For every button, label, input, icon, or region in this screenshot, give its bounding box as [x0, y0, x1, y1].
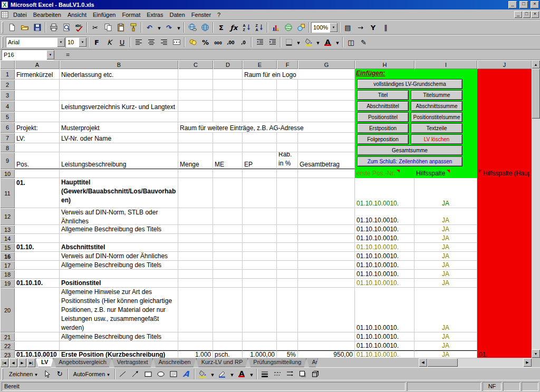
cell-C14[interactable]	[178, 234, 213, 243]
sheet-tab-pr-fungsmitteilung[interactable]: Prüfungsmitteilung	[248, 358, 306, 367]
cell-A6[interactable]: Projekt:	[15, 122, 60, 133]
column-header-I[interactable]: I	[414, 60, 477, 69]
cell-A14[interactable]	[15, 234, 60, 243]
cell-B9[interactable]: Leistungsbeschreibung	[60, 152, 178, 169]
panel-button-positionstitel[interactable]: Positionstitel	[357, 112, 409, 122]
tab-scroll-prev-icon[interactable]	[9, 358, 17, 367]
cell-J6[interactable]	[477, 122, 532, 133]
minimize-button[interactable]: _	[508, 1, 517, 8]
print-button[interactable]	[47, 22, 60, 33]
custom-tool-1-button[interactable]: ▤	[342, 22, 354, 33]
column-header-B[interactable]: B	[60, 60, 178, 69]
name-box-dropdown-icon[interactable]	[46, 50, 54, 60]
new-document-button[interactable]	[6, 22, 18, 33]
row-header-5[interactable]: 5	[0, 112, 15, 122]
row-header-8[interactable]: 8	[0, 143, 15, 152]
tab-scroll-last-icon[interactable]	[27, 358, 35, 367]
insert-hyperlink-button[interactable]	[186, 22, 198, 33]
vertical-scrollbar[interactable]	[532, 60, 540, 358]
web-toolbar-button[interactable]	[199, 22, 211, 33]
scroll-up-icon[interactable]	[532, 60, 540, 68]
cell-B4[interactable]: Leistungsverzeichnis Kurz- und Langtext	[60, 101, 178, 112]
cell-B11[interactable]: Haupttitel (Gewerk/Bauabschnitt/Los/Bauv…	[60, 178, 178, 208]
panel-button-textzeile[interactable]: Textzeile	[411, 123, 462, 133]
align-right-button[interactable]	[158, 36, 170, 48]
row-header-2[interactable]: 2	[0, 80, 15, 90]
cell-F22[interactable]	[277, 341, 298, 350]
cell-F20[interactable]	[277, 288, 298, 332]
cell-B21[interactable]: Allgemeine Beschreibung des Titels	[60, 332, 178, 341]
cell-D16[interactable]	[213, 252, 243, 261]
cell-A2[interactable]	[15, 80, 60, 90]
cell-D21[interactable]	[213, 332, 243, 341]
font-name-combo[interactable]: Arial	[6, 37, 65, 47]
cell-G15[interactable]	[298, 243, 355, 252]
cell-I23[interactable]: JA	[414, 350, 477, 358]
row-header-17[interactable]: 17	[0, 261, 15, 270]
cell-A8[interactable]	[15, 143, 60, 152]
cell-C21[interactable]	[178, 332, 213, 341]
cell-D18[interactable]	[213, 270, 243, 279]
increase-decimal-button[interactable]: ,00	[225, 36, 237, 48]
cell-I20[interactable]: JA	[414, 288, 477, 332]
cell-C2[interactable]	[178, 80, 213, 90]
panel-button-titelsumme[interactable]: Titelsumme	[411, 90, 462, 100]
autoformen-menu-button[interactable]: AutoFormen	[70, 369, 113, 379]
cell-D20[interactable]	[213, 288, 243, 332]
font-size-combo-dropdown-icon[interactable]	[79, 37, 86, 47]
arrow-button[interactable]	[130, 368, 142, 380]
vertical-scroll-track[interactable]	[532, 68, 540, 349]
custom-tool-2-button[interactable]: →	[354, 22, 367, 33]
row-header-16[interactable]: 16	[0, 252, 15, 261]
cell-G7[interactable]	[298, 133, 355, 143]
line-style-button[interactable]	[259, 368, 271, 380]
cell-F10[interactable]	[277, 169, 298, 178]
column-header-G[interactable]: G	[298, 60, 355, 69]
cell-B19[interactable]: Positionstitel	[60, 279, 178, 288]
open-button[interactable]	[18, 22, 31, 33]
cell-J16[interactable]	[477, 252, 532, 261]
cell-G16[interactable]	[298, 252, 355, 261]
cell-C1[interactable]	[178, 69, 213, 80]
cell-E19[interactable]	[243, 279, 277, 288]
cell-H18[interactable]: 01.10.10.0010.	[355, 270, 414, 279]
column-header-D[interactable]: D	[213, 60, 243, 69]
row-header-22[interactable]: 22	[0, 341, 15, 350]
sheet-tab-lv[interactable]: LV	[36, 358, 53, 367]
panel-button-abschnittssumme[interactable]: Abschnittssumme	[411, 101, 462, 111]
cell-E14[interactable]	[243, 234, 277, 243]
dropdown-arrow-button[interactable]: ▼	[229, 368, 235, 380]
cell-C3[interactable]	[178, 90, 213, 101]
font-color-button[interactable]: A	[322, 36, 334, 48]
panel-button-gesamtsumme[interactable]: Gesamtsumme	[357, 145, 462, 155]
cell-C11[interactable]	[178, 178, 213, 208]
line-button[interactable]	[117, 368, 129, 380]
cell-E20[interactable]	[243, 288, 277, 332]
cell-G9[interactable]: Gesamtbetrag	[298, 152, 355, 169]
row-header-1[interactable]: 1	[0, 69, 15, 80]
tab-scroll-first-icon[interactable]	[0, 358, 8, 367]
cell-B8[interactable]	[60, 143, 178, 152]
cell-A19[interactable]: 01.10.10.	[15, 279, 60, 288]
zeichnen-menu-button[interactable]: Zeichnen	[6, 369, 41, 379]
cell-J12[interactable]	[477, 208, 532, 225]
cell-B13[interactable]: Allgemeine Beschreibung des Titels	[60, 225, 178, 234]
underline-button[interactable]: U	[116, 36, 128, 48]
dropdown-arrow-button[interactable]: ▼	[209, 368, 216, 380]
cell-B1[interactable]: Niederlassung etc.	[60, 69, 178, 80]
cell-C19[interactable]	[178, 279, 213, 288]
cell-H21[interactable]: 01.10.10.0010.	[355, 332, 414, 341]
font-color-button[interactable]: A	[236, 368, 248, 380]
cell-B10[interactable]	[60, 169, 178, 178]
cell-E12[interactable]	[243, 208, 277, 225]
cell-C12[interactable]	[178, 208, 213, 225]
cell-J19[interactable]	[477, 279, 532, 288]
cell-G8[interactable]	[298, 143, 355, 152]
copy-button[interactable]	[102, 22, 114, 33]
cell-B5[interactable]	[60, 112, 178, 122]
sort-ascending-button[interactable]: AZ	[240, 22, 253, 33]
scroll-left-icon[interactable]	[419, 358, 427, 367]
cell-J22[interactable]	[477, 341, 532, 350]
cell-J3[interactable]	[477, 90, 532, 101]
zoom-combo-dropdown-icon[interactable]	[330, 23, 338, 32]
